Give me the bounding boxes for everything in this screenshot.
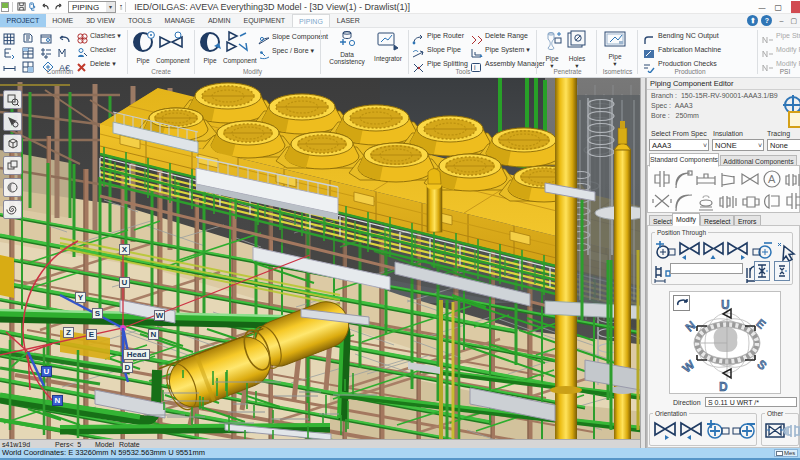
svg-text:W: W [680, 357, 698, 375]
svg-text:A: A [768, 173, 776, 185]
svg-text:S: S [754, 357, 769, 373]
svg-text:D: D [719, 380, 728, 394]
svg-text:U: U [721, 298, 730, 312]
svg-text:N: N [683, 318, 699, 334]
